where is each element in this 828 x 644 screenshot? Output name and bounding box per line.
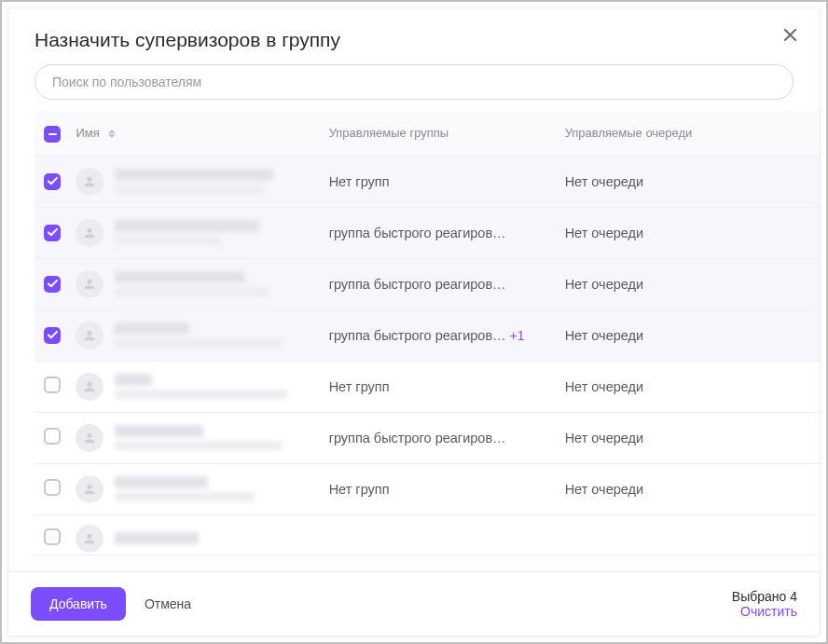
row-checkbox[interactable] bbox=[44, 327, 61, 344]
row-checkbox[interactable] bbox=[44, 225, 61, 241]
table-row[interactable]: группа быстрого реагиров…Нет очереди bbox=[34, 412, 820, 463]
managed-groups-cell: группа быстрого реагиров… bbox=[320, 207, 556, 258]
row-checkbox[interactable] bbox=[44, 173, 61, 190]
clear-selection-link[interactable]: Очистить bbox=[732, 604, 797, 619]
assign-supervisors-modal: Назначить супервизоров в группу bbox=[7, 7, 821, 637]
managed-groups-cell: группа быстрого реагиров… bbox=[320, 258, 556, 309]
cancel-button[interactable]: Отмена bbox=[137, 587, 199, 621]
table-row[interactable] bbox=[34, 514, 820, 555]
row-checkbox[interactable] bbox=[44, 428, 61, 445]
column-header-groups[interactable]: Управляемые группы bbox=[329, 126, 449, 140]
managed-groups-cell: группа быстрого реагиров… bbox=[320, 412, 556, 463]
avatar bbox=[76, 373, 104, 401]
user-name-redacted bbox=[115, 532, 310, 544]
avatar bbox=[76, 424, 104, 452]
user-name-redacted bbox=[115, 220, 310, 245]
table-row[interactable]: Нет группНет очереди bbox=[34, 156, 820, 207]
row-checkbox[interactable] bbox=[44, 377, 61, 393]
managed-groups-cell: Нет групп bbox=[320, 463, 556, 514]
avatar bbox=[76, 525, 104, 553]
user-name-redacted bbox=[115, 425, 310, 450]
managed-groups-cell: группа быстрого реагиров…+1 bbox=[320, 309, 556, 361]
table-row[interactable]: Нет группНет очереди bbox=[34, 463, 820, 514]
managed-queues-cell: Нет очереди bbox=[556, 309, 782, 361]
users-table: Имя Управляемые группы Управляемые очере… bbox=[34, 111, 820, 555]
managed-queues-cell: Нет очереди bbox=[556, 207, 782, 258]
avatar bbox=[76, 475, 104, 503]
table-row[interactable]: группа быстрого реагиров…Нет очереди bbox=[34, 258, 820, 309]
managed-queues-cell: Нет очереди bbox=[556, 463, 782, 514]
avatar bbox=[76, 168, 104, 196]
managed-groups-cell: Нет групп bbox=[320, 361, 556, 412]
column-header-queues[interactable]: Управляемые очереди bbox=[565, 126, 693, 140]
row-checkbox[interactable] bbox=[44, 528, 61, 545]
table-row[interactable]: группа быстрого реагиров…+1Нет очереди bbox=[34, 309, 820, 361]
selected-count: Выбрано 4 bbox=[732, 589, 797, 604]
column-header-name[interactable]: Имя bbox=[76, 126, 99, 140]
search-input[interactable] bbox=[34, 64, 794, 100]
row-checkbox[interactable] bbox=[44, 479, 61, 496]
user-name-redacted bbox=[115, 271, 310, 296]
user-name-redacted bbox=[115, 322, 310, 348]
avatar bbox=[76, 322, 104, 349]
modal-title: Назначить супервизоров в группу bbox=[34, 29, 794, 51]
user-name-redacted bbox=[115, 476, 310, 501]
table-row[interactable]: Нет группНет очереди bbox=[34, 361, 820, 412]
avatar bbox=[76, 270, 104, 298]
managed-queues-cell: Нет очереди bbox=[556, 361, 782, 412]
table-row[interactable]: группа быстрого реагиров…Нет очереди bbox=[34, 207, 820, 258]
modal-footer: Добавить Отмена Выбрано 4 Очистить bbox=[8, 571, 820, 636]
managed-queues-cell: Нет очереди bbox=[556, 412, 782, 463]
sort-icon[interactable] bbox=[108, 130, 116, 138]
managed-groups-cell: Нет групп bbox=[320, 156, 556, 207]
add-button[interactable]: Добавить bbox=[31, 587, 126, 621]
select-all-checkbox[interactable] bbox=[44, 126, 61, 143]
close-icon[interactable] bbox=[779, 23, 801, 46]
user-name-redacted bbox=[115, 374, 310, 399]
row-checkbox[interactable] bbox=[44, 276, 61, 293]
more-groups-badge[interactable]: +1 bbox=[510, 328, 525, 343]
avatar bbox=[76, 219, 104, 247]
managed-queues-cell: Нет очереди bbox=[556, 258, 782, 309]
user-name-redacted bbox=[115, 169, 310, 194]
managed-queues-cell: Нет очереди bbox=[556, 156, 782, 207]
